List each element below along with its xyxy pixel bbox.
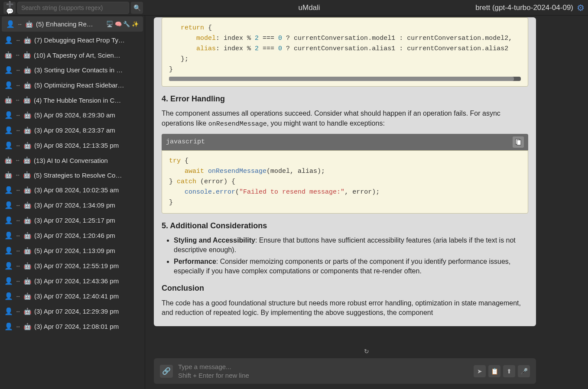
- code-token: ? currentConversation.model1 : currentCo…: [282, 35, 512, 42]
- sidebar-item-label: (10) A Tapestry of Art, Scien…: [34, 52, 140, 59]
- sidebar-item[interactable]: 👤↔🤖(5) Apr 07 2024, 1:13:09 pm: [0, 243, 145, 258]
- search-button[interactable]: 🔍: [131, 2, 143, 14]
- robot-icon: 🤖: [23, 277, 32, 285]
- inline-code: onResendMessage: [208, 120, 267, 128]
- user-icon: 👤: [4, 231, 13, 240]
- sidebar-item[interactable]: 👤↔🤖(3) Apr 07 2024, 12:43:36 pm: [0, 273, 145, 289]
- sidebar-item[interactable]: 🤖↔🤖(13) AI to AI Conversation: [0, 153, 145, 168]
- input-actions: ➤ 📋 ⬆ 🎤: [474, 365, 530, 377]
- user-icon: 👤: [4, 246, 13, 255]
- robot-icon: 🤖: [23, 217, 32, 224]
- content: return { model: index % 2 === 0 ? curren…: [145, 16, 588, 389]
- new-chat-button[interactable]: ➕💬: [3, 2, 16, 14]
- robot-icon: 🤖: [23, 262, 32, 270]
- code-token: ? currentConversation.alias1 : currentCo…: [282, 45, 508, 52]
- clipboard-button[interactable]: 📋: [488, 365, 500, 377]
- arrow-icon: ↔: [16, 324, 21, 330]
- arrow-icon: ↔: [16, 67, 21, 73]
- user-icon: 👤: [4, 66, 13, 74]
- arrow-icon: ↔: [16, 263, 21, 269]
- sidebar-item-label: (3) Apr 07 2024, 12:40:41 pm: [34, 292, 140, 300]
- search-input[interactable]: [17, 2, 129, 14]
- arrow-icon: ↔: [15, 52, 20, 58]
- section-paragraph: The component assumes all operations suc…: [162, 109, 528, 128]
- copy-button[interactable]: [513, 136, 524, 148]
- sidebar-item-label: (3) Apr 09 2024, 8:23:37 am: [34, 126, 140, 134]
- sidebar-item[interactable]: 👤↔🤖(3) Apr 07 2024, 12:40:41 pm: [0, 289, 145, 304]
- sidebar-item-label: (3) Apr 07 2024, 1:34:09 pm: [34, 201, 140, 209]
- user-icon: 👤: [4, 307, 13, 315]
- user-icon: 👤: [4, 277, 13, 285]
- sidebar-item[interactable]: 🤖↔🤖(4) The Hubble Tension in C…: [0, 93, 145, 107]
- code-token: [204, 168, 208, 175]
- arrow-icon: ↔: [16, 217, 21, 224]
- sidebar-item[interactable]: 👤↔🤖(3) Apr 07 2024, 12:29:39 pm: [0, 304, 145, 319]
- code-token: };: [181, 55, 188, 63]
- code-token: (error) {: [196, 178, 235, 185]
- sidebar-item-label: (3) Apr 08 2024, 10:02:35 am: [34, 186, 140, 194]
- sidebar-item[interactable]: 👤↔🤖(5) Apr 09 2024, 8:29:30 am: [0, 107, 145, 123]
- sidebar-item-label: (3) Apr 07 2024, 12:43:36 pm: [34, 277, 140, 285]
- sidebar-item-label: (3) Apr 07 2024, 1:25:17 pm: [34, 217, 140, 224]
- horizontal-scrollbar[interactable]: [169, 77, 521, 81]
- sidebar-item[interactable]: 👤↔🤖(3) Apr 07 2024, 12:08:01 pm: [0, 319, 145, 334]
- sidebar-item[interactable]: 👤↔🤖(5) Optimizing React Sidebar…: [0, 78, 145, 93]
- robot-icon: 🤖: [23, 126, 32, 134]
- mic-button[interactable]: 🎤: [518, 365, 530, 377]
- code-token: , error);: [344, 188, 380, 196]
- sidebar-item-label: (3) Apr 07 2024, 12:08:01 pm: [34, 323, 140, 330]
- robot-icon: 🤖: [23, 142, 32, 149]
- sidebar-item[interactable]: 👤↔🤖(5) Enhancing Re…🖥️ 🧠 🔧 ✨: [2, 16, 143, 32]
- sidebar-item-label: (3) Apr 07 2024, 12:55:19 pm: [34, 262, 140, 269]
- user-icon: 👤: [4, 292, 13, 300]
- code-token: : index %: [216, 35, 255, 42]
- bullet-list: Styling and Accessibility: Ensure that b…: [174, 236, 528, 276]
- code-token: 0: [278, 35, 282, 42]
- code-token: (: [235, 188, 239, 196]
- code-token: }: [169, 178, 177, 185]
- send-button[interactable]: ➤: [474, 365, 486, 377]
- sidebar-item[interactable]: 👤↔🤖(3) Apr 09 2024, 8:23:37 am: [0, 123, 145, 138]
- topbar-left: ➕💬 🔍: [3, 2, 143, 14]
- robot-icon: 🤖: [25, 20, 33, 28]
- gear-icon[interactable]: ⚙: [577, 3, 585, 13]
- sidebar-item[interactable]: 🤖↔🤖(10) A Tapestry of Art, Scien…: [0, 48, 145, 62]
- sidebar-item[interactable]: 🤖↔🤖(5) Strategies to Resolve Co…: [0, 168, 145, 182]
- up-button[interactable]: ⬆: [503, 365, 515, 377]
- sidebar-item-label: (3) Sorting User Contacts in …: [34, 66, 140, 74]
- assistant-message: return { model: index % 2 === 0 ? curren…: [154, 17, 536, 326]
- arrow-icon: ↔: [16, 143, 21, 149]
- robot-icon: 🤖: [4, 51, 13, 59]
- sidebar: 👤↔🤖(5) Enhancing Re…🖥️ 🧠 🔧 ✨👤↔🤖(7) Debug…: [0, 16, 145, 389]
- section-heading: 5. Additional Considerations: [162, 220, 528, 231]
- robot-icon: 🤖: [4, 171, 13, 179]
- sidebar-item[interactable]: 👤↔🤖(3) Apr 07 2024, 1:25:17 pm: [0, 213, 145, 228]
- sidebar-item[interactable]: 👤↔🤖(3) Apr 07 2024, 1:20:46 pm: [0, 228, 145, 243]
- sidebar-item-label: (7) Debugging React Prop Ty…: [34, 36, 140, 44]
- code-token: 2: [255, 35, 259, 42]
- arrow-icon: ↔: [16, 112, 21, 118]
- user-icon: 👤: [4, 201, 13, 209]
- sidebar-item-label: (9) Apr 08 2024, 12:13:35 pm: [34, 142, 140, 149]
- sidebar-item-label: (13) AI to AI Conversation: [34, 157, 140, 164]
- sidebar-item[interactable]: 👤↔🤖(3) Apr 07 2024, 1:34:09 pm: [0, 198, 145, 213]
- code-token: (model, alias);: [266, 168, 325, 175]
- attach-button[interactable]: 🔗: [160, 365, 173, 378]
- sidebar-item[interactable]: 👤↔🤖(3) Apr 07 2024, 12:55:19 pm: [0, 258, 145, 273]
- message-input[interactable]: Type a message... Shift + Enter for new …: [178, 363, 468, 379]
- sidebar-item[interactable]: 👤↔🤖(7) Debugging React Prop Ty…: [0, 32, 145, 48]
- code-token: 2: [255, 45, 259, 52]
- arrow-icon: ↔: [15, 97, 20, 103]
- robot-icon: 🤖: [4, 96, 13, 104]
- code-token: onResendMessage: [208, 168, 266, 175]
- robot-icon: 🤖: [23, 81, 32, 89]
- robot-icon: 🤖: [23, 308, 32, 315]
- sidebar-item[interactable]: 👤↔🤖(9) Apr 08 2024, 12:13:35 pm: [0, 138, 145, 153]
- user-icon: 👤: [4, 126, 13, 134]
- refresh-button[interactable]: ↻: [154, 344, 579, 358]
- code-language-label: javascript: [166, 137, 205, 146]
- sidebar-item[interactable]: 👤↔🤖(3) Apr 08 2024, 10:02:35 am: [0, 182, 145, 198]
- arrow-icon: ↔: [16, 293, 21, 299]
- code-token: .: [212, 188, 216, 196]
- sidebar-item[interactable]: 👤↔🤖(3) Sorting User Contacts in …: [0, 62, 145, 78]
